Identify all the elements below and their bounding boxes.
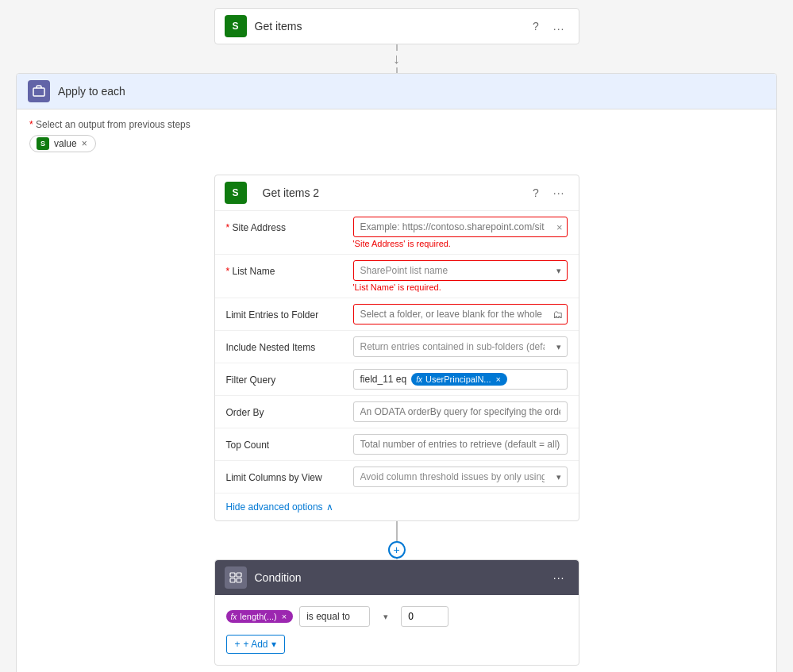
condition-add-plus-icon: +: [235, 639, 241, 650]
condition-header: Condition ···: [215, 560, 579, 595]
apply-each-title: Apply to each: [58, 85, 765, 98]
filter-query-label: Filter Query: [226, 369, 345, 386]
site-address-error: 'Site Address' is required.: [353, 239, 568, 248]
get-items-title: Get items: [255, 20, 529, 33]
condition-more-btn[interactable]: ···: [549, 570, 569, 586]
list-name-row: List Name SharePoint list name ▾ 'List N…: [215, 255, 579, 298]
filter-chip-label: UserPrincipalN...: [425, 374, 491, 384]
limit-entries-input[interactable]: [353, 304, 568, 324]
sharepoint-icon: S: [225, 15, 247, 37]
connector-arrow-1: ↓: [16, 44, 777, 73]
condition-operator-wrap: is equal to ▾: [299, 606, 395, 627]
condition-chip: fx length(...) ×: [226, 610, 294, 623]
limit-columns-select[interactable]: Avoid column threshold issues by only us…: [353, 467, 568, 487]
get-items-help-btn[interactable]: ?: [529, 18, 543, 34]
limit-columns-label: Limit Columns by View: [226, 467, 345, 483]
limit-entries-row: Limit Entries to Folder 🗂: [215, 298, 579, 331]
limit-columns-row: Limit Columns by View Avoid column thres…: [215, 461, 579, 493]
get-items-2-icon: S: [225, 182, 247, 204]
filter-prefix-text: field_11 eq: [360, 374, 407, 385]
get-items-2-title: Get items 2: [263, 186, 522, 199]
order-by-row: Order By: [215, 396, 579, 428]
apply-to-each-container: Apply to each Select an output from prev…: [16, 73, 777, 672]
get-items-more-btn[interactable]: ...: [549, 18, 569, 34]
get-items-2-body: Site Address × 'Site Address' is require…: [215, 211, 579, 520]
top-count-input[interactable]: [353, 434, 568, 455]
get-items-2-more-btn[interactable]: ···: [549, 185, 569, 201]
condition-add-chevron-icon: ▾: [271, 639, 276, 650]
condition-chip-close[interactable]: ×: [282, 612, 287, 621]
list-name-error: 'List Name' is required.: [353, 282, 568, 292]
svg-rect-2: [237, 573, 241, 577]
hide-advanced-btn[interactable]: Hide advanced options ∧: [215, 493, 579, 520]
svg-rect-3: [230, 578, 235, 582]
value-chip: S value ×: [29, 135, 96, 152]
top-count-row: Top Count: [215, 428, 579, 461]
value-chip-icon: S: [37, 137, 49, 150]
order-by-label: Order By: [226, 401, 345, 418]
add-action-plus-btn[interactable]: +: [388, 541, 406, 559]
filter-chip-row: field_11 eq fx UserPrincipalN... ×: [353, 369, 568, 390]
select-output-label: Select an output from previous steps: [29, 119, 764, 130]
list-name-label: List Name: [226, 260, 345, 277]
get-items-2-header: S Get items 2 ? ···: [215, 175, 579, 211]
condition-card: Condition ··· fx length(...) ×: [214, 559, 579, 666]
condition-body: fx length(...) × is equal to ▾: [215, 595, 579, 665]
condition-add-label: + Add: [244, 639, 268, 650]
include-nested-row: Include Nested Items Return entries cont…: [215, 331, 579, 363]
condition-icon: [225, 566, 247, 589]
svg-rect-0: [33, 88, 44, 96]
apply-each-header: Apply to each: [17, 74, 776, 109]
condition-value-input[interactable]: [401, 606, 448, 627]
site-address-input[interactable]: [353, 217, 568, 237]
value-chip-label: value: [54, 138, 77, 149]
order-by-input[interactable]: [353, 401, 568, 422]
get-items-2-card: S Get items 2 ? ··· Site Address: [214, 175, 579, 521]
condition-operator-chevron-icon: ▾: [383, 612, 388, 622]
limit-entries-label: Limit Entries to Folder: [226, 304, 345, 321]
condition-operator-select[interactable]: is equal to: [299, 606, 370, 627]
condition-row: fx length(...) × is equal to ▾: [226, 606, 568, 627]
folder-icon[interactable]: 🗂: [552, 309, 563, 321]
include-nested-label: Include Nested Items: [226, 336, 345, 353]
site-address-row: Site Address × 'Site Address' is require…: [215, 211, 579, 255]
hide-advanced-chevron-icon: ∧: [326, 501, 333, 513]
get-items-card: S Get items ? ...: [214, 8, 579, 44]
svg-rect-4: [237, 578, 241, 582]
svg-rect-1: [230, 573, 235, 577]
apply-each-icon: [28, 80, 50, 102]
condition-chip-label: length(...): [240, 612, 276, 621]
top-count-label: Top Count: [226, 434, 345, 451]
condition-title: Condition: [255, 571, 541, 584]
site-address-label: Site Address: [226, 217, 345, 233]
apply-each-body: Select an output from previous steps S v…: [17, 109, 776, 162]
include-nested-select[interactable]: Return entries contained in sub-folders …: [353, 336, 568, 357]
site-address-clear-icon[interactable]: ×: [556, 221, 563, 233]
filter-query-row: Filter Query field_11 eq fx UserPrincipa…: [215, 363, 579, 396]
filter-chip: fx UserPrincipalN... ×: [411, 373, 507, 386]
get-items-2-help-btn[interactable]: ?: [529, 185, 543, 201]
condition-chip-fx-icon: fx: [231, 612, 237, 621]
filter-chip-close[interactable]: ×: [496, 374, 501, 384]
condition-add-btn[interactable]: + + Add ▾: [226, 635, 285, 654]
value-chip-close[interactable]: ×: [82, 138, 87, 149]
filter-chip-fx-icon: fx: [416, 375, 422, 384]
inner-content: S Get items 2 ? ··· Site Address: [17, 162, 776, 672]
list-name-select[interactable]: SharePoint list name: [353, 260, 568, 281]
